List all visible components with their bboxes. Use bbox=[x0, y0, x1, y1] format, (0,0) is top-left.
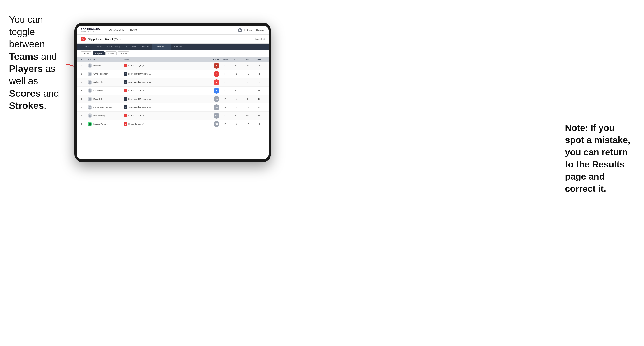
col-player: PLAYER bbox=[88, 58, 124, 60]
player-name: Cameron Robertson bbox=[94, 106, 112, 108]
rd1: +1 bbox=[231, 81, 242, 83]
total-col: +11 bbox=[206, 121, 220, 127]
subtab-players[interactable]: Players bbox=[93, 51, 104, 55]
logo-sub: Powered by clippd bbox=[81, 31, 100, 32]
svg-point-5 bbox=[89, 89, 90, 91]
table-row: 6 Cameron Robertson SU Scoreboard Univer… bbox=[77, 103, 268, 112]
tab-printables[interactable]: Printables bbox=[171, 43, 186, 50]
player-avatar bbox=[88, 72, 92, 76]
scores-bold: Scores bbox=[9, 88, 41, 99]
score-badge: -4 bbox=[214, 71, 220, 77]
player-avatar bbox=[88, 63, 92, 68]
team-logo: SU bbox=[124, 97, 127, 101]
player-name: Blair McHarg bbox=[94, 115, 105, 117]
svg-point-6 bbox=[89, 98, 90, 99]
player-name-col: David Ford bbox=[88, 88, 124, 93]
team-logo: SU bbox=[124, 106, 127, 109]
rd3: -5 bbox=[253, 64, 264, 67]
subtab-strokes[interactable]: Strokes bbox=[118, 51, 130, 55]
score-badge: -2 bbox=[214, 79, 220, 85]
subtab-scores[interactable]: Scores bbox=[106, 51, 117, 55]
cancel-button[interactable]: Cancel ✕ bbox=[255, 38, 264, 40]
tablet-frame: SCOREBOARD Powered by clippd TOURNAMENTS… bbox=[74, 22, 271, 162]
player-avatar bbox=[88, 122, 92, 126]
tab-details[interactable]: Details bbox=[81, 43, 93, 50]
team-col: SU Scoreboard University [A] bbox=[124, 72, 173, 76]
table-row: 3 Rich Butler SU Scoreboard University [… bbox=[77, 78, 268, 87]
player-name-col: Marcus Turners bbox=[88, 122, 124, 126]
player-name: David Ford bbox=[94, 89, 104, 92]
rank: 1 bbox=[81, 64, 88, 67]
total-col: -4 bbox=[206, 71, 220, 77]
team-logo: C bbox=[124, 89, 127, 92]
tab-teams[interactable]: Teams bbox=[93, 43, 104, 50]
total-col: -2 bbox=[206, 79, 220, 85]
rd3: +2 bbox=[253, 123, 264, 125]
team-col: C Clippd College [A] bbox=[124, 122, 173, 126]
rank: 2 bbox=[81, 73, 88, 75]
player-avatar bbox=[88, 105, 92, 110]
rank: 5 bbox=[81, 98, 88, 100]
col-rank: # bbox=[81, 58, 88, 60]
svg-point-1 bbox=[239, 29, 240, 30]
tournament-header: C Clippd Invitational (Men) Cancel ✕ bbox=[77, 35, 268, 43]
table-header: # PLAYER TEAM TOTAL THRU RD1 RD2 RD3 bbox=[77, 57, 268, 62]
col-rd3: RD3 bbox=[253, 58, 264, 60]
score-badge: +11 bbox=[214, 121, 220, 127]
player-name: Elliot Ebert bbox=[94, 64, 104, 67]
rd2: +7 bbox=[242, 123, 253, 125]
player-name: Rees Britt bbox=[94, 98, 102, 100]
team-logo: C bbox=[124, 114, 127, 117]
team-col: C Clippd College [A] bbox=[124, 64, 173, 67]
total-col: +1 bbox=[206, 96, 220, 102]
rd2: -6 bbox=[242, 64, 253, 67]
score-badge: +6 bbox=[214, 104, 220, 110]
player-name-col: Elliot Ebert bbox=[88, 63, 124, 68]
col-spacer bbox=[173, 58, 206, 60]
tab-course-setup[interactable]: Course Setup bbox=[104, 43, 123, 50]
team-col: C Clippd College [A] bbox=[124, 89, 173, 92]
score-badge: +1 bbox=[214, 96, 220, 102]
sign-out-link[interactable]: Sign out bbox=[256, 29, 264, 31]
thru: F bbox=[220, 123, 231, 125]
thru: F bbox=[220, 98, 231, 100]
tournament-title-row: C Clippd Invitational (Men) bbox=[81, 36, 122, 41]
table-row: 5 Rees Britt SU Scoreboard University [A… bbox=[77, 95, 268, 103]
top-nav: SCOREBOARD Powered by clippd TOURNAMENTS… bbox=[77, 26, 268, 35]
thru: F bbox=[220, 115, 231, 117]
team-name: Clippd College [A] bbox=[128, 115, 144, 117]
tab-results[interactable]: Results bbox=[140, 43, 152, 50]
team-name: Clippd College [A] bbox=[128, 89, 144, 92]
thru: F bbox=[220, 73, 231, 75]
tournament-name: Clippd Invitational (Men) bbox=[88, 37, 122, 41]
thru: F bbox=[220, 64, 231, 67]
nav-links: TOURNAMENTS TEAMS bbox=[104, 26, 140, 35]
nav-tournaments[interactable]: TOURNAMENTS bbox=[104, 26, 127, 35]
rd1: +5 bbox=[231, 106, 242, 108]
svg-point-9 bbox=[89, 123, 90, 124]
score-badge: E bbox=[214, 88, 220, 94]
total-col: +6 bbox=[206, 104, 220, 110]
rd1: +2 bbox=[231, 115, 242, 117]
tab-tee-groups[interactable]: Tee Groups bbox=[123, 43, 140, 50]
team-logo: C bbox=[124, 122, 127, 126]
total-col: E bbox=[206, 88, 220, 94]
rd1: +1 bbox=[231, 89, 242, 92]
team-col: SU Scoreboard University [A] bbox=[124, 97, 173, 101]
table-row: 4 David Ford C Clippd College [A] E F +1 bbox=[77, 87, 268, 95]
player-avatar bbox=[88, 88, 92, 93]
nav-teams[interactable]: TEAMS bbox=[127, 26, 140, 35]
rd3: E bbox=[253, 98, 264, 100]
left-annotation: You can toggle between Teams and Players… bbox=[9, 13, 70, 112]
subtab-teams[interactable]: Teams bbox=[81, 51, 92, 55]
score-badge: -8 bbox=[214, 63, 220, 68]
tab-leaderboards[interactable]: Leaderboards bbox=[152, 43, 171, 50]
rd2: -2 bbox=[242, 81, 253, 83]
rd2: E bbox=[242, 98, 253, 100]
logo-text: SCOREBOARD bbox=[81, 28, 100, 31]
rd1: +1 bbox=[231, 98, 242, 100]
svg-point-7 bbox=[89, 106, 90, 107]
player-avatar bbox=[88, 113, 92, 118]
player-name: Chris Robertson bbox=[94, 73, 108, 75]
player-name: Marcus Turners bbox=[94, 123, 108, 125]
